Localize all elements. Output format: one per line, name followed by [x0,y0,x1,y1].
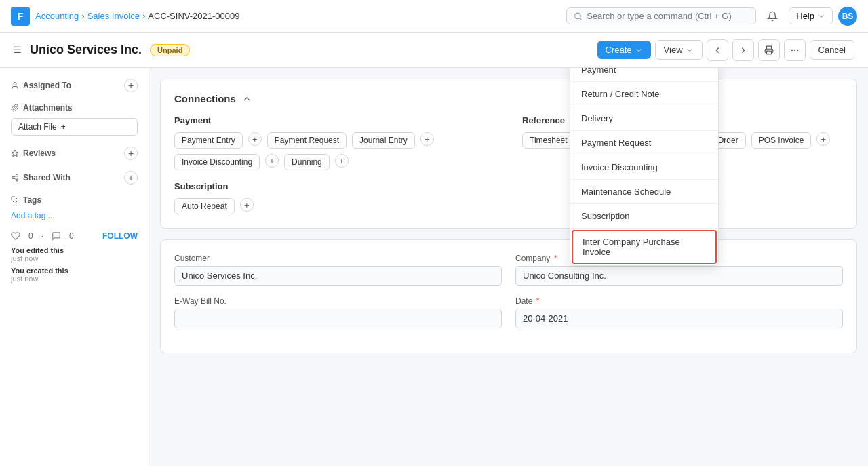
tag-payment-request[interactable]: Payment Request [267,132,347,149]
view-button[interactable]: View [655,40,703,60]
tag-payment-entry[interactable]: Payment Entry [174,132,243,149]
eway-bill-input[interactable] [174,309,502,328]
svg-point-9 [16,179,18,181]
customer-input[interactable] [174,266,502,286]
page-title: Unico Services Inc. [30,43,142,57]
eway-bill-label: E-Way Bill No. [174,296,502,306]
customer-label: Customer [174,254,502,263]
print-button[interactable] [758,39,780,61]
comment-icon[interactable] [52,231,61,241]
dropdown-item-subscription[interactable]: Subscription [570,204,718,229]
user-icon [11,81,19,90]
shared-with-section: Shared With + [11,171,138,185]
app-logo[interactable]: F [11,7,30,26]
printer-icon [764,45,774,55]
bell-icon [767,11,778,22]
connections-header: Connections [174,93,843,104]
more-button[interactable] [784,39,806,61]
subscription-section: Subscription Auto Repeat + [174,181,843,214]
create-button[interactable]: Create [597,41,651,59]
svg-point-2 [791,50,792,50]
tag-pos-invoice[interactable]: POS Invoice [751,132,812,149]
add-assigned-button[interactable]: + [124,79,138,92]
share-icon [11,174,19,182]
heart-icon[interactable] [11,231,20,241]
chevron-down-icon [686,46,694,54]
follow-button[interactable]: FOLLOW [102,231,138,241]
add-pos-invoice-button[interactable]: + [816,132,830,146]
user-avatar[interactable]: BS [838,7,857,26]
add-auto-repeat-button[interactable]: + [240,198,254,212]
add-shared-button[interactable]: + [124,171,138,185]
svg-rect-1 [766,51,771,54]
header-actions: Create View Cancel [597,39,854,61]
tag-journal-entry[interactable]: Journal Entry [352,132,415,149]
add-tag-link[interactable]: Add a tag ... [11,211,55,220]
search-icon [574,12,583,21]
star-icon [11,149,19,157]
dropdown-item-payment-request[interactable]: Payment Request [570,131,718,155]
chevron-left-icon [713,45,722,55]
subscription-title: Subscription [174,181,843,191]
tags-label: Tags [23,195,41,205]
chevron-up-icon[interactable] [241,94,252,104]
assigned-to-section: Assigned To + [11,79,138,92]
breadcrumb-sales-invoice[interactable]: Sales Invoice [87,11,140,21]
eway-bill-group: E-Way Bill No. [174,296,502,328]
dropdown-item-delivery[interactable]: Delivery [570,106,718,131]
content-area: Connections Payment Payment Entry + Paym… [149,68,868,466]
dropdown-item-invoice-discounting[interactable]: Invoice Discounting [570,155,718,180]
tag-timesheet[interactable]: Timesheet [522,132,575,149]
add-invoice-discounting-button[interactable]: + [265,154,279,168]
dropdown-item-payment[interactable]: Payment [570,68,718,82]
form-row-2: E-Way Bill No. Date * [174,296,843,328]
subscription-tags: Auto Repeat + [174,198,843,214]
add-journal-entry-button[interactable]: + [420,132,434,146]
connections-grid: Payment Payment Entry + Payment Request … [174,115,843,170]
create-dropdown-menu: E-Way Bill JSON Payment Return / Credit … [570,68,719,266]
payment-section: Payment Payment Entry + Payment Request … [174,115,495,170]
date-input[interactable] [515,309,843,328]
form-row-1: Customer Company * [174,254,843,286]
prev-button[interactable] [707,39,728,61]
add-dunning-button[interactable]: + [335,154,349,168]
search-input[interactable] [587,11,749,21]
notifications-button[interactable] [762,5,783,27]
form-card: Customer Company * E-Way Bill No. [160,239,857,353]
sidebar-toggle-icon[interactable]: ☰ [14,45,22,55]
activity-log: You edited thisjust now You created this… [11,246,138,283]
svg-line-10 [14,178,16,180]
breadcrumb-accounting[interactable]: Accounting [35,11,79,21]
more-horizontal-icon [790,45,800,55]
tag-dunning[interactable]: Dunning [284,154,330,170]
attachments-section: Attachments Attach File + [11,103,138,136]
attachments-label: Attachments [23,103,73,113]
svg-point-0 [575,13,581,19]
payment-title: Payment [174,115,495,125]
sidebar: Assigned To + Attachments Attach File + … [0,68,149,466]
customer-group: Customer [174,254,502,286]
add-payment-entry-button[interactable]: + [248,132,262,146]
svg-point-7 [16,174,18,176]
attach-file-button[interactable]: Attach File + [11,118,138,136]
company-input[interactable] [515,266,843,286]
top-nav: F Accounting › Sales Invoice › ACC-SINV-… [0,0,868,33]
reviews-section: Reviews + [11,147,138,160]
dropdown-item-return-credit-note[interactable]: Return / Credit Note [570,82,718,106]
payment-tags: Payment Entry + Payment Request Journal … [174,132,495,170]
add-review-button[interactable]: + [124,147,138,160]
tag-auto-repeat[interactable]: Auto Repeat [174,198,235,214]
next-button[interactable] [732,39,754,61]
date-label: Date * [515,296,843,306]
paperclip-icon [11,104,19,112]
cancel-button[interactable]: Cancel [810,40,854,60]
plus-icon: + [61,122,66,132]
likes-count: 0 [28,231,33,241]
main-layout: Assigned To + Attachments Attach File + … [0,68,868,466]
svg-point-8 [12,177,14,179]
search-box[interactable] [566,7,756,24]
tag-invoice-discounting[interactable]: Invoice Discounting [174,154,260,170]
dropdown-item-inter-company-purchase-invoice[interactable]: Inter Company Purchase Invoice [572,230,717,264]
help-button[interactable]: Help [789,7,833,24]
dropdown-item-maintenance-schedule[interactable]: Maintenance Schedule [570,180,718,204]
